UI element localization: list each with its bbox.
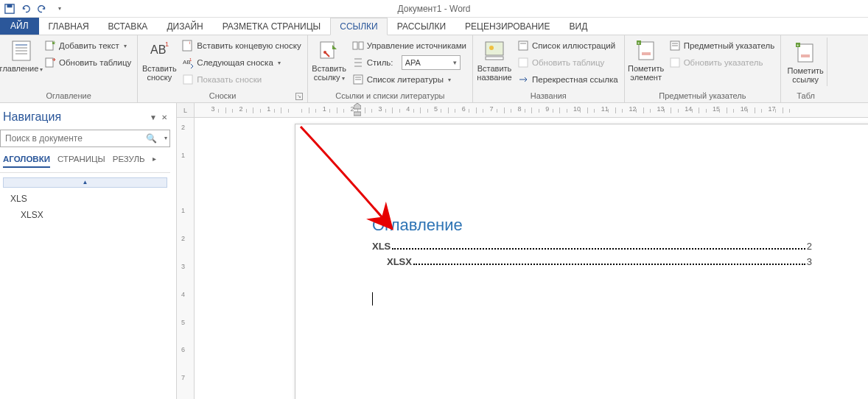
tab-home[interactable]: ГЛАВНАЯ [39,17,99,35]
update-toc-button[interactable]: Обновить таблицу [41,54,134,71]
insert-index-button[interactable]: Предметный указатель [666,38,778,54]
toc-row[interactable]: XLS 2 [372,241,812,252]
svg-point-18 [323,51,326,54]
nav-close-icon[interactable]: ✕ [161,113,167,121]
save-icon[interactable] [3,2,16,15]
manage-sources-button[interactable]: Управление источниками [349,38,469,54]
svg-rect-42 [354,112,361,116]
style-select[interactable]: APA [402,55,461,70]
svg-rect-29 [519,58,528,67]
search-input[interactable] [0,130,170,147]
tab-insert[interactable]: ВСТАВКА [99,17,158,35]
update-index-button: Обновить указатель [666,54,778,71]
update-index-label: Обновить указатель [684,58,763,67]
nav-scroll-up[interactable]: ▲ [3,177,167,188]
insert-caption-label: Вставить название [477,64,511,82]
document-area: L 3211234567891011121314151617 211234567… [177,103,868,399]
page[interactable]: Оглавление XLS 2 XLSX 3 [295,124,868,399]
nav-tab-results[interactable]: РЕЗУЛЬ [113,155,145,168]
footnotes-dialog-launcher[interactable]: ↘ [295,93,303,100]
search-dropdown-icon[interactable]: ▾ [164,135,167,141]
tab-review[interactable]: РЕЦЕНЗИРОВАНИЕ [455,17,559,35]
group-toa: + Пометить ссылку Табл [781,35,830,102]
bibliography-label: Список литературы [367,75,444,84]
text-cursor [372,292,373,306]
style-value: APA [405,58,421,67]
mark-citation-button[interactable]: + Пометить ссылку [787,40,824,85]
tab-mailings[interactable]: РАССЫЛКИ [388,17,455,35]
cross-reference-label: Перекрестная ссылка [532,75,618,84]
nav-tab-headings[interactable]: АГОЛОВКИ [3,155,50,168]
nav-tab-overflow-icon[interactable]: ▸ [153,155,156,168]
toc-leader [392,248,805,250]
tab-file[interactable]: АЙЛ [0,17,39,35]
svg-rect-27 [519,41,528,50]
undo-icon[interactable] [19,2,32,15]
mark-citation-label: Пометить ссылку [788,66,824,84]
group-toc: главление▾ +Добавить текст▾ Обновить таб… [0,35,138,102]
svg-rect-26 [486,57,503,60]
svg-text:AB: AB [150,43,166,56]
group-captions-label: Названия [476,90,621,102]
redo-icon[interactable] [35,2,49,15]
table-of-figures-button[interactable]: Список иллюстраций [514,38,621,54]
group-footnotes: AB1 Вставить сноску iВставить концевую с… [138,35,307,102]
style-label: Стиль: [367,58,393,67]
group-toc-label: Оглавление [3,90,134,102]
toc-entry-label: XLSX [387,256,412,267]
svg-text:+: + [52,40,56,46]
svg-rect-9 [46,58,53,67]
toc-row[interactable]: XLSX 3 [372,256,812,267]
next-footnote-button[interactable]: AB1Следующая сноска▾ [179,54,304,71]
show-notes-button: Показать сноски [179,71,304,88]
insert-citation-button[interactable]: Вставить ссылку▾ [311,38,348,90]
mark-entry-button[interactable]: + Пометить элемент [628,38,665,90]
bibliography-button[interactable]: Список литературы▾ [349,71,469,88]
insert-index-label: Предметный указатель [684,41,775,50]
ruler-horizontal[interactable]: 3211234567891011121314151617 [195,103,868,118]
svg-rect-20 [359,42,363,49]
svg-text:1: 1 [165,40,169,48]
ruler-vertical[interactable]: 211234567 [177,118,195,399]
svg-rect-41 [801,54,810,57]
window-title: Документ1 - Word [397,4,470,14]
tab-references[interactable]: ССЫЛКИ [330,18,387,35]
next-footnote-label: Следующая сноска [197,58,273,67]
qat-dropdown-icon[interactable]: ▾ [53,2,66,15]
nav-dropdown-icon[interactable]: ▼ [150,113,157,121]
ribbon: главление▾ +Добавить текст▾ Обновить таб… [0,35,868,103]
nav-item[interactable]: XLS [0,191,170,207]
tab-layout[interactable]: РАЗМЕТКА СТРАНИЦЫ [213,17,331,35]
tab-view[interactable]: ВИД [560,17,598,35]
toc-button[interactable]: главление▾ [3,38,40,90]
nav-tab-pages[interactable]: СТРАНИЦЫ [57,155,105,168]
svg-rect-1 [7,4,13,7]
svg-rect-16 [183,75,192,84]
group-index: + Пометить элемент Предметный указатель … [625,35,782,102]
insert-endnote-label: Вставить концевую сноску [197,41,301,50]
toc-button-label: главление [0,64,38,73]
quick-access-toolbar: ▾ [0,2,66,15]
cross-reference-button[interactable]: Перекрестная ссылка [514,71,621,88]
svg-point-25 [489,46,494,50]
update-toc-label: Обновить таблицу [59,58,131,67]
tab-design[interactable]: ДИЗАЙН [157,17,212,35]
add-text-label: Добавить текст [59,41,119,50]
toc-leader [413,264,805,265]
group-index-label: Предметный указатель [628,90,778,102]
add-text-button[interactable]: +Добавить текст▾ [41,38,134,54]
nav-tabs: АГОЛОВКИ СТРАНИЦЫ РЕЗУЛЬ ▸ [0,153,170,173]
insert-footnote-button[interactable]: AB1 Вставить сноску [141,38,178,90]
svg-rect-33 [642,52,651,55]
nav-search: 🔍 ▾ [0,130,170,147]
group-toa-label: Табл [784,90,827,102]
insert-endnote-button[interactable]: iВставить концевую сноску [179,38,304,54]
insert-caption-button[interactable]: Вставить название [476,38,513,90]
nav-item[interactable]: XLSX [0,207,170,223]
svg-text:+: + [637,40,640,45]
svg-text:i: i [189,40,190,45]
citation-style-row: Стиль: APA [349,54,469,71]
svg-text:1: 1 [189,57,192,62]
search-icon[interactable]: 🔍 [146,133,157,144]
svg-rect-19 [353,42,357,49]
